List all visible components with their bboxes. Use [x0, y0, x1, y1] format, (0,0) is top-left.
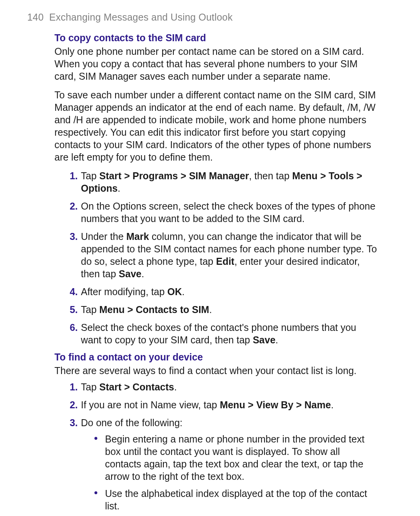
- chapter-title: Exchanging Messages and Using Outlook: [49, 12, 233, 23]
- step-number: 2.: [66, 399, 78, 411]
- step-text: On the Options screen, select the check …: [81, 201, 375, 224]
- step-number: 1.: [66, 381, 78, 393]
- step-text: Select the check boxes of the contact's …: [81, 322, 356, 345]
- step-item: 1.Tap Start > Contacts.: [81, 381, 377, 393]
- step-text: Under the Mark column, you can change th…: [81, 231, 377, 279]
- step-number: 6.: [66, 321, 78, 334]
- step-list: 1.Tap Start > Programs > SIM Manager, th…: [54, 170, 377, 346]
- step-text: Tap Start > Contacts.: [81, 381, 177, 392]
- bullet-item: Begin entering a name or phone number in…: [96, 433, 377, 483]
- step-item: 2.If you are not in Name view, tap Menu …: [81, 399, 377, 411]
- paragraph: Only one phone number per contact name c…: [54, 45, 377, 82]
- step-item: 1.Tap Start > Programs > SIM Manager, th…: [81, 170, 377, 194]
- running-header: 140 Exchanging Messages and Using Outloo…: [27, 12, 377, 23]
- step-text: Tap Menu > Contacts to SIM.: [81, 304, 212, 315]
- paragraph: To save each number under a different co…: [54, 89, 377, 163]
- section-copy-contacts: To copy contacts to the SIM card Only on…: [27, 32, 377, 346]
- step-number: 5.: [66, 303, 78, 316]
- step-item: 2.On the Options screen, select the chec…: [81, 200, 377, 225]
- step-item: 6.Select the check boxes of the contact'…: [81, 321, 377, 346]
- step-item: 3.Under the Mark column, you can change …: [81, 230, 377, 280]
- step-number: 1.: [66, 170, 78, 182]
- step-number: 3.: [66, 230, 78, 243]
- step-item: 5.Tap Menu > Contacts to SIM.: [81, 303, 377, 316]
- section-title: To copy contacts to the SIM card: [54, 32, 377, 44]
- page-number: 140: [27, 12, 44, 23]
- step-item: 4.After modifying, tap OK.: [81, 285, 377, 298]
- step-text: If you are not in Name view, tap Menu > …: [81, 399, 334, 410]
- section-title: To find a contact on your device: [54, 352, 377, 363]
- step-number: 4.: [66, 285, 78, 298]
- step-number: 2.: [66, 200, 78, 212]
- paragraph: There are several ways to find a contact…: [54, 364, 377, 377]
- step-number: 3.: [66, 416, 78, 429]
- section-find-contact: To find a contact on your device There a…: [27, 352, 377, 512]
- bullet-item: Use the alphabetical index displayed at …: [96, 487, 377, 512]
- document-page: 140 Exchanging Messages and Using Outloo…: [0, 0, 420, 516]
- step-text: Do one of the following:: [81, 417, 182, 428]
- step-item: 3.Do one of the following: Begin enterin…: [81, 416, 377, 512]
- step-list: 1.Tap Start > Contacts. 2.If you are not…: [54, 381, 377, 512]
- bullet-list: Begin entering a name or phone number in…: [81, 433, 377, 512]
- step-text: Tap Start > Programs > SIM Manager, then…: [81, 170, 362, 194]
- step-text: After modifying, tap OK.: [81, 286, 185, 297]
